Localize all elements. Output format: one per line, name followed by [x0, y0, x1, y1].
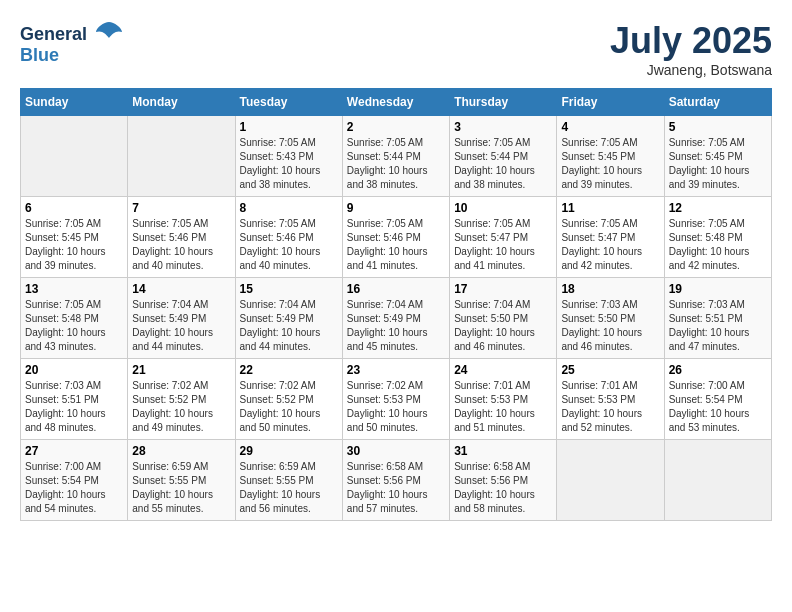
day-details: Sunrise: 7:01 AM Sunset: 5:53 PM Dayligh… — [454, 379, 552, 435]
calendar-cell: 18Sunrise: 7:03 AM Sunset: 5:50 PM Dayli… — [557, 278, 664, 359]
day-details: Sunrise: 7:00 AM Sunset: 5:54 PM Dayligh… — [25, 460, 123, 516]
day-details: Sunrise: 7:04 AM Sunset: 5:49 PM Dayligh… — [132, 298, 230, 354]
day-details: Sunrise: 7:03 AM Sunset: 5:51 PM Dayligh… — [669, 298, 767, 354]
day-number: 19 — [669, 282, 767, 296]
calendar-cell: 30Sunrise: 6:58 AM Sunset: 5:56 PM Dayli… — [342, 440, 449, 521]
calendar-table: SundayMondayTuesdayWednesdayThursdayFrid… — [20, 88, 772, 521]
day-number: 16 — [347, 282, 445, 296]
day-details: Sunrise: 6:58 AM Sunset: 5:56 PM Dayligh… — [347, 460, 445, 516]
month-title: July 2025 — [610, 20, 772, 62]
day-details: Sunrise: 7:05 AM Sunset: 5:44 PM Dayligh… — [454, 136, 552, 192]
calendar-cell: 27Sunrise: 7:00 AM Sunset: 5:54 PM Dayli… — [21, 440, 128, 521]
page-header: General Blue July 2025 Jwaneng, Botswana — [20, 20, 772, 78]
calendar-cell: 4Sunrise: 7:05 AM Sunset: 5:45 PM Daylig… — [557, 116, 664, 197]
day-number: 15 — [240, 282, 338, 296]
day-header-tuesday: Tuesday — [235, 89, 342, 116]
day-number: 7 — [132, 201, 230, 215]
logo-blue: Blue — [20, 45, 59, 65]
day-header-friday: Friday — [557, 89, 664, 116]
day-details: Sunrise: 7:05 AM Sunset: 5:47 PM Dayligh… — [454, 217, 552, 273]
day-number: 26 — [669, 363, 767, 377]
day-number: 4 — [561, 120, 659, 134]
calendar-week-1: 1Sunrise: 7:05 AM Sunset: 5:43 PM Daylig… — [21, 116, 772, 197]
calendar-cell: 16Sunrise: 7:04 AM Sunset: 5:49 PM Dayli… — [342, 278, 449, 359]
calendar-cell: 5Sunrise: 7:05 AM Sunset: 5:45 PM Daylig… — [664, 116, 771, 197]
day-details: Sunrise: 7:05 AM Sunset: 5:48 PM Dayligh… — [669, 217, 767, 273]
day-details: Sunrise: 7:05 AM Sunset: 5:45 PM Dayligh… — [25, 217, 123, 273]
day-details: Sunrise: 7:03 AM Sunset: 5:51 PM Dayligh… — [25, 379, 123, 435]
calendar-header-row: SundayMondayTuesdayWednesdayThursdayFrid… — [21, 89, 772, 116]
day-number: 21 — [132, 363, 230, 377]
day-number: 1 — [240, 120, 338, 134]
day-details: Sunrise: 7:05 AM Sunset: 5:46 PM Dayligh… — [347, 217, 445, 273]
day-details: Sunrise: 7:00 AM Sunset: 5:54 PM Dayligh… — [669, 379, 767, 435]
day-details: Sunrise: 6:59 AM Sunset: 5:55 PM Dayligh… — [132, 460, 230, 516]
logo-bird-icon — [94, 20, 124, 40]
day-details: Sunrise: 7:02 AM Sunset: 5:53 PM Dayligh… — [347, 379, 445, 435]
calendar-cell — [557, 440, 664, 521]
day-number: 10 — [454, 201, 552, 215]
calendar-cell: 23Sunrise: 7:02 AM Sunset: 5:53 PM Dayli… — [342, 359, 449, 440]
calendar-cell: 24Sunrise: 7:01 AM Sunset: 5:53 PM Dayli… — [450, 359, 557, 440]
calendar-cell: 3Sunrise: 7:05 AM Sunset: 5:44 PM Daylig… — [450, 116, 557, 197]
day-number: 6 — [25, 201, 123, 215]
calendar-cell — [128, 116, 235, 197]
calendar-cell: 28Sunrise: 6:59 AM Sunset: 5:55 PM Dayli… — [128, 440, 235, 521]
day-details: Sunrise: 7:02 AM Sunset: 5:52 PM Dayligh… — [132, 379, 230, 435]
calendar-week-5: 27Sunrise: 7:00 AM Sunset: 5:54 PM Dayli… — [21, 440, 772, 521]
day-details: Sunrise: 7:05 AM Sunset: 5:46 PM Dayligh… — [132, 217, 230, 273]
day-number: 25 — [561, 363, 659, 377]
calendar-cell: 2Sunrise: 7:05 AM Sunset: 5:44 PM Daylig… — [342, 116, 449, 197]
location: Jwaneng, Botswana — [610, 62, 772, 78]
calendar-cell: 7Sunrise: 7:05 AM Sunset: 5:46 PM Daylig… — [128, 197, 235, 278]
day-number: 22 — [240, 363, 338, 377]
calendar-cell: 9Sunrise: 7:05 AM Sunset: 5:46 PM Daylig… — [342, 197, 449, 278]
day-details: Sunrise: 7:02 AM Sunset: 5:52 PM Dayligh… — [240, 379, 338, 435]
calendar-week-3: 13Sunrise: 7:05 AM Sunset: 5:48 PM Dayli… — [21, 278, 772, 359]
day-details: Sunrise: 7:04 AM Sunset: 5:49 PM Dayligh… — [347, 298, 445, 354]
day-number: 3 — [454, 120, 552, 134]
day-number: 11 — [561, 201, 659, 215]
day-details: Sunrise: 7:05 AM Sunset: 5:45 PM Dayligh… — [669, 136, 767, 192]
day-details: Sunrise: 7:03 AM Sunset: 5:50 PM Dayligh… — [561, 298, 659, 354]
day-number: 20 — [25, 363, 123, 377]
calendar-cell: 14Sunrise: 7:04 AM Sunset: 5:49 PM Dayli… — [128, 278, 235, 359]
logo-text: General — [20, 20, 124, 45]
day-number: 31 — [454, 444, 552, 458]
day-header-sunday: Sunday — [21, 89, 128, 116]
calendar-cell: 1Sunrise: 7:05 AM Sunset: 5:43 PM Daylig… — [235, 116, 342, 197]
calendar-cell: 20Sunrise: 7:03 AM Sunset: 5:51 PM Dayli… — [21, 359, 128, 440]
day-details: Sunrise: 7:05 AM Sunset: 5:45 PM Dayligh… — [561, 136, 659, 192]
day-details: Sunrise: 7:04 AM Sunset: 5:49 PM Dayligh… — [240, 298, 338, 354]
day-header-monday: Monday — [128, 89, 235, 116]
day-number: 24 — [454, 363, 552, 377]
calendar-week-2: 6Sunrise: 7:05 AM Sunset: 5:45 PM Daylig… — [21, 197, 772, 278]
day-header-wednesday: Wednesday — [342, 89, 449, 116]
calendar-cell: 6Sunrise: 7:05 AM Sunset: 5:45 PM Daylig… — [21, 197, 128, 278]
calendar-cell: 29Sunrise: 6:59 AM Sunset: 5:55 PM Dayli… — [235, 440, 342, 521]
calendar-week-4: 20Sunrise: 7:03 AM Sunset: 5:51 PM Dayli… — [21, 359, 772, 440]
calendar-cell: 8Sunrise: 7:05 AM Sunset: 5:46 PM Daylig… — [235, 197, 342, 278]
calendar-cell — [21, 116, 128, 197]
day-number: 13 — [25, 282, 123, 296]
day-header-thursday: Thursday — [450, 89, 557, 116]
day-number: 29 — [240, 444, 338, 458]
day-number: 18 — [561, 282, 659, 296]
calendar-cell: 19Sunrise: 7:03 AM Sunset: 5:51 PM Dayli… — [664, 278, 771, 359]
day-number: 30 — [347, 444, 445, 458]
calendar-cell: 17Sunrise: 7:04 AM Sunset: 5:50 PM Dayli… — [450, 278, 557, 359]
logo: General Blue — [20, 20, 124, 66]
calendar-cell: 11Sunrise: 7:05 AM Sunset: 5:47 PM Dayli… — [557, 197, 664, 278]
day-number: 14 — [132, 282, 230, 296]
calendar-cell: 10Sunrise: 7:05 AM Sunset: 5:47 PM Dayli… — [450, 197, 557, 278]
day-number: 12 — [669, 201, 767, 215]
calendar-cell: 31Sunrise: 6:58 AM Sunset: 5:56 PM Dayli… — [450, 440, 557, 521]
day-number: 8 — [240, 201, 338, 215]
day-number: 2 — [347, 120, 445, 134]
day-number: 28 — [132, 444, 230, 458]
day-details: Sunrise: 7:05 AM Sunset: 5:48 PM Dayligh… — [25, 298, 123, 354]
day-details: Sunrise: 7:01 AM Sunset: 5:53 PM Dayligh… — [561, 379, 659, 435]
day-number: 5 — [669, 120, 767, 134]
calendar-cell: 21Sunrise: 7:02 AM Sunset: 5:52 PM Dayli… — [128, 359, 235, 440]
day-details: Sunrise: 7:05 AM Sunset: 5:44 PM Dayligh… — [347, 136, 445, 192]
